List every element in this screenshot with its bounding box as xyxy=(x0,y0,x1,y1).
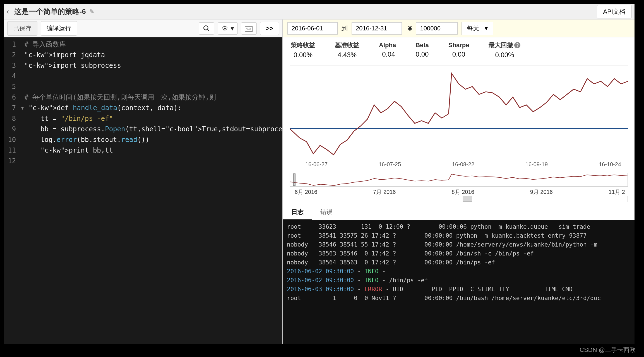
code-area[interactable]: # 导入函数库"c-kw">import jqdata"c-kw">import… xyxy=(20,37,282,344)
right-pane: 到 ¥ 每天 ▾ 策略收益0.00%基准收益4.43%Alpha-0.04Bet… xyxy=(283,20,635,344)
chevron-down-icon: ▾ xyxy=(485,25,488,32)
help-icon[interactable]: ? xyxy=(514,42,520,48)
returns-chart[interactable] xyxy=(290,65,628,160)
metric: Alpha-0.04 xyxy=(379,42,396,58)
svg-line-1 xyxy=(208,29,209,31)
metric: Beta0.00 xyxy=(415,42,429,58)
back-icon[interactable]: ‹ xyxy=(7,7,9,16)
watermark: CSDN @二手卡西欧 xyxy=(580,346,636,354)
metric: 最大回撤?0.00% xyxy=(489,41,520,59)
search-icon[interactable] xyxy=(199,22,214,35)
output-tabs: 日志 错误 xyxy=(283,205,635,220)
overview-chart[interactable] xyxy=(290,173,628,187)
capital-input[interactable] xyxy=(416,22,458,35)
titlebar: ‹ 这是一个简单的策略-6 ✎ API文档 xyxy=(4,4,635,20)
scroll-handle[interactable] xyxy=(463,196,472,202)
page-title: 这是一个简单的策略-6 xyxy=(14,7,86,16)
backtest-toolbar: 到 ¥ 每天 ▾ xyxy=(283,20,635,37)
svg-point-2 xyxy=(224,28,226,29)
chart-x-ticks: 16-06-2716-07-2516-08-2216-09-1916-10-24 xyxy=(290,160,628,168)
metric: Sharpe0.00 xyxy=(448,42,469,58)
code-editor[interactable]: 123456789101112 # 导入函数库"c-kw">import jqd… xyxy=(4,37,282,344)
keyboard-icon[interactable] xyxy=(241,22,257,35)
app-window: ‹ 这是一个简单的策略-6 ✎ API文档 已保存 编译运行 ▾ xyxy=(4,4,635,344)
tab-log[interactable]: 日志 xyxy=(283,205,312,220)
overview-scrollbar[interactable] xyxy=(290,196,628,202)
editor-toolbar: 已保存 编译运行 ▾ >> xyxy=(4,20,282,37)
left-pane: 已保存 编译运行 ▾ >> 123456789101112 # 导入函数库"c-… xyxy=(4,20,283,344)
frequency-label: 每天 xyxy=(467,24,479,33)
svg-point-0 xyxy=(204,26,208,30)
frequency-select[interactable]: 每天 ▾ xyxy=(462,22,493,35)
run-next-button[interactable]: >> xyxy=(260,22,279,35)
end-date-input[interactable] xyxy=(352,22,402,35)
line-gutter: 123456789101112 xyxy=(4,37,20,344)
overview-handle[interactable] xyxy=(293,173,295,186)
chart-area: 16-06-2716-07-2516-08-2216-09-1916-10-24… xyxy=(283,62,635,202)
api-docs-button[interactable]: API文档 xyxy=(597,5,632,18)
svg-rect-3 xyxy=(245,27,253,31)
metrics-row: 策略收益0.00%基准收益4.43%Alpha-0.04Beta0.00Shar… xyxy=(283,37,635,62)
save-status: 已保存 xyxy=(7,21,37,36)
edit-icon[interactable]: ✎ xyxy=(89,8,94,15)
main: 已保存 编译运行 ▾ >> 123456789101112 # 导入函数库"c-… xyxy=(4,20,635,344)
log-output[interactable]: root 33623 131 0 12:00 ? 00:00:06 python… xyxy=(283,220,635,344)
metric: 策略收益0.00% xyxy=(291,41,315,59)
to-label: 到 xyxy=(342,24,348,33)
overview-ticks: 6月 20167月 20168月 20169月 201611月 2 xyxy=(290,187,628,196)
settings-icon[interactable]: ▾ xyxy=(218,22,238,35)
compile-run-button[interactable]: 编译运行 xyxy=(41,21,77,36)
start-date-input[interactable] xyxy=(287,22,338,35)
tab-error[interactable]: 错误 xyxy=(312,205,341,220)
currency-icon: ¥ xyxy=(408,24,412,33)
metric: 基准收益4.43% xyxy=(335,41,359,59)
